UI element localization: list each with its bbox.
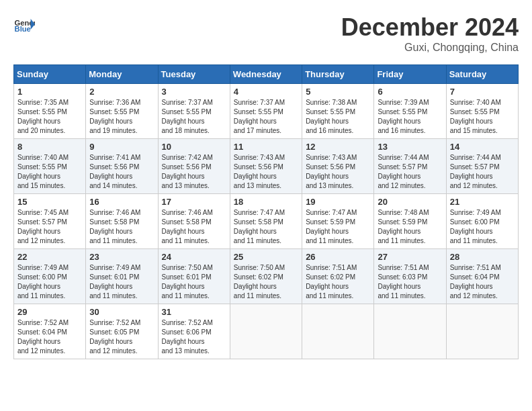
day-cell-25: 25 Sunrise: 7:50 AMSunset: 6:02 PMDaylig… [230, 249, 302, 304]
day-info: Sunrise: 7:49 AMSunset: 6:01 PMDaylight … [89, 263, 154, 301]
day-cell-13: 13 Sunrise: 7:44 AMSunset: 5:57 PMDaylig… [374, 139, 446, 194]
weekday-header-row: Sunday Monday Tuesday Wednesday Thursday… [14, 65, 519, 84]
empty-cell [446, 304, 518, 359]
day-cell-31: 31 Sunrise: 7:52 AMSunset: 6:06 PMDaylig… [158, 304, 230, 359]
day-cell-5: 5 Sunrise: 7:38 AMSunset: 5:55 PMDayligh… [302, 84, 374, 139]
day-cell-15: 15 Sunrise: 7:45 AMSunset: 5:57 PMDaylig… [14, 194, 86, 249]
day-number: 12 [306, 142, 370, 152]
location: Guxi, Chongqing, China [341, 42, 519, 54]
day-number: 24 [162, 252, 226, 262]
day-info: Sunrise: 7:50 AMSunset: 6:01 PMDaylight … [162, 263, 226, 301]
day-number: 26 [306, 252, 370, 262]
day-info: Sunrise: 7:35 AMSunset: 5:55 PMDaylight … [17, 98, 82, 136]
day-number: 4 [234, 87, 298, 97]
day-info: Sunrise: 7:49 AMSunset: 6:00 PMDaylight … [450, 208, 515, 246]
day-cell-27: 27 Sunrise: 7:51 AMSunset: 6:03 PMDaylig… [374, 249, 446, 304]
day-cell-24: 24 Sunrise: 7:50 AMSunset: 6:01 PMDaylig… [158, 249, 230, 304]
day-number: 27 [378, 252, 442, 262]
day-cell-6: 6 Sunrise: 7:39 AMSunset: 5:55 PMDayligh… [374, 84, 446, 139]
day-info: Sunrise: 7:38 AMSunset: 5:55 PMDaylight … [306, 98, 370, 136]
day-info: Sunrise: 7:37 AMSunset: 5:55 PMDaylight … [234, 98, 298, 136]
day-cell-16: 16 Sunrise: 7:46 AMSunset: 5:58 PMDaylig… [86, 194, 158, 249]
day-number: 23 [89, 252, 154, 262]
day-number: 22 [17, 252, 82, 262]
day-number: 8 [17, 142, 82, 152]
day-number: 3 [162, 87, 226, 97]
day-cell-30: 30 Sunrise: 7:52 AMSunset: 6:05 PMDaylig… [86, 304, 158, 359]
day-info: Sunrise: 7:49 AMSunset: 6:00 PMDaylight … [17, 263, 82, 301]
day-number: 21 [450, 197, 515, 207]
day-info: Sunrise: 7:51 AMSunset: 6:03 PMDaylight … [378, 263, 442, 301]
day-number: 25 [234, 252, 298, 262]
day-cell-3: 3 Sunrise: 7:37 AMSunset: 5:55 PMDayligh… [158, 84, 230, 139]
day-number: 18 [234, 197, 298, 207]
day-info: Sunrise: 7:43 AMSunset: 5:56 PMDaylight … [306, 153, 370, 191]
header-monday: Monday [86, 65, 158, 84]
day-cell-2: 2 Sunrise: 7:36 AMSunset: 5:55 PMDayligh… [86, 84, 158, 139]
day-number: 29 [17, 307, 82, 317]
day-cell-20: 20 Sunrise: 7:48 AMSunset: 5:59 PMDaylig… [374, 194, 446, 249]
page-header: General Blue December 2024 Guxi, Chongqi… [13, 13, 519, 54]
logo-icon: General Blue [13, 13, 35, 35]
week-row-2: 8 Sunrise: 7:40 AMSunset: 5:55 PMDayligh… [14, 139, 519, 194]
calendar-table: Sunday Monday Tuesday Wednesday Thursday… [13, 64, 519, 359]
day-info: Sunrise: 7:40 AMSunset: 5:55 PMDaylight … [17, 153, 82, 191]
day-cell-26: 26 Sunrise: 7:51 AMSunset: 6:02 PMDaylig… [302, 249, 374, 304]
day-info: Sunrise: 7:44 AMSunset: 5:57 PMDaylight … [450, 153, 515, 191]
day-cell-11: 11 Sunrise: 7:43 AMSunset: 5:56 PMDaylig… [230, 139, 302, 194]
empty-cell [374, 304, 446, 359]
day-info: Sunrise: 7:52 AMSunset: 6:05 PMDaylight … [89, 318, 154, 356]
week-row-4: 22 Sunrise: 7:49 AMSunset: 6:00 PMDaylig… [14, 249, 519, 304]
day-number: 20 [378, 197, 442, 207]
day-cell-1: 1 Sunrise: 7:35 AMSunset: 5:55 PMDayligh… [14, 84, 86, 139]
day-info: Sunrise: 7:50 AMSunset: 6:02 PMDaylight … [234, 263, 298, 301]
day-number: 9 [89, 142, 154, 152]
week-row-1: 1 Sunrise: 7:35 AMSunset: 5:55 PMDayligh… [14, 84, 519, 139]
day-cell-10: 10 Sunrise: 7:42 AMSunset: 5:56 PMDaylig… [158, 139, 230, 194]
day-cell-14: 14 Sunrise: 7:44 AMSunset: 5:57 PMDaylig… [446, 139, 518, 194]
day-info: Sunrise: 7:48 AMSunset: 5:59 PMDaylight … [378, 208, 442, 246]
day-info: Sunrise: 7:47 AMSunset: 5:58 PMDaylight … [234, 208, 298, 246]
logo: General Blue [13, 13, 35, 35]
month-title: December 2024 [341, 13, 519, 42]
day-info: Sunrise: 7:44 AMSunset: 5:57 PMDaylight … [378, 153, 442, 191]
day-info: Sunrise: 7:51 AMSunset: 6:02 PMDaylight … [306, 263, 370, 301]
header-saturday: Saturday [446, 65, 518, 84]
day-number: 19 [306, 197, 370, 207]
day-number: 7 [450, 87, 515, 97]
header-friday: Friday [374, 65, 446, 84]
day-info: Sunrise: 7:43 AMSunset: 5:56 PMDaylight … [234, 153, 298, 191]
title-block: December 2024 Guxi, Chongqing, China [341, 13, 519, 54]
day-number: 14 [450, 142, 515, 152]
day-info: Sunrise: 7:36 AMSunset: 5:55 PMDaylight … [89, 98, 154, 136]
day-cell-17: 17 Sunrise: 7:46 AMSunset: 5:58 PMDaylig… [158, 194, 230, 249]
day-number: 5 [306, 87, 370, 97]
day-number: 17 [162, 197, 226, 207]
day-info: Sunrise: 7:41 AMSunset: 5:56 PMDaylight … [89, 153, 154, 191]
week-row-3: 15 Sunrise: 7:45 AMSunset: 5:57 PMDaylig… [14, 194, 519, 249]
day-number: 30 [89, 307, 154, 317]
day-cell-4: 4 Sunrise: 7:37 AMSunset: 5:55 PMDayligh… [230, 84, 302, 139]
empty-cell [302, 304, 374, 359]
svg-text:Blue: Blue [15, 25, 31, 33]
day-number: 11 [234, 142, 298, 152]
day-number: 10 [162, 142, 226, 152]
header-thursday: Thursday [302, 65, 374, 84]
day-cell-21: 21 Sunrise: 7:49 AMSunset: 6:00 PMDaylig… [446, 194, 518, 249]
day-cell-9: 9 Sunrise: 7:41 AMSunset: 5:56 PMDayligh… [86, 139, 158, 194]
day-number: 16 [89, 197, 154, 207]
day-info: Sunrise: 7:45 AMSunset: 5:57 PMDaylight … [17, 208, 82, 246]
empty-cell [230, 304, 302, 359]
day-info: Sunrise: 7:39 AMSunset: 5:55 PMDaylight … [378, 98, 442, 136]
header-wednesday: Wednesday [230, 65, 302, 84]
day-info: Sunrise: 7:42 AMSunset: 5:56 PMDaylight … [162, 153, 226, 191]
day-cell-12: 12 Sunrise: 7:43 AMSunset: 5:56 PMDaylig… [302, 139, 374, 194]
day-cell-23: 23 Sunrise: 7:49 AMSunset: 6:01 PMDaylig… [86, 249, 158, 304]
day-number: 13 [378, 142, 442, 152]
header-sunday: Sunday [14, 65, 86, 84]
week-row-5: 29 Sunrise: 7:52 AMSunset: 6:04 PMDaylig… [14, 304, 519, 359]
day-number: 31 [162, 307, 226, 317]
day-cell-22: 22 Sunrise: 7:49 AMSunset: 6:00 PMDaylig… [14, 249, 86, 304]
day-cell-18: 18 Sunrise: 7:47 AMSunset: 5:58 PMDaylig… [230, 194, 302, 249]
day-number: 1 [17, 87, 82, 97]
